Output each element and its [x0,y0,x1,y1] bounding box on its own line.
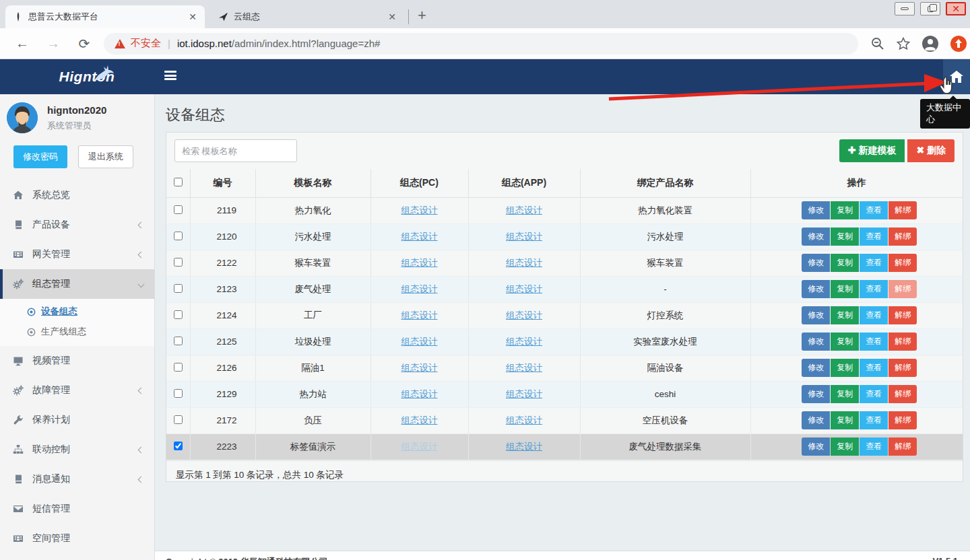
config-design-link-app[interactable]: 组态设计 [506,337,542,347]
config-design-link-app[interactable]: 组态设计 [506,232,542,242]
row-checkbox[interactable] [174,363,183,372]
reload-icon[interactable]: ⟳ [75,36,93,52]
window-restore-button[interactable] [920,2,940,15]
edit-button[interactable]: 修改 [802,306,830,324]
view-button[interactable]: 查看 [860,411,888,429]
copy-button[interactable]: 复制 [831,280,859,298]
tab-close-icon[interactable]: ✕ [189,11,197,22]
view-button[interactable]: 查看 [860,201,888,219]
config-design-link-pc[interactable]: 组态设计 [401,284,438,294]
window-minimize-button[interactable] [895,2,915,15]
copy-button[interactable]: 复制 [831,306,859,324]
row-checkbox[interactable] [174,205,183,214]
config-design-link-app[interactable]: 组态设计 [506,284,542,294]
row-checkbox[interactable] [174,415,183,424]
sidebar-item-消息通知[interactable]: 消息通知 [0,464,154,494]
config-design-link-pc[interactable]: 组态设计 [401,415,438,425]
config-design-link-pc[interactable]: 组态设计 [401,389,438,399]
bookmark-star-icon[interactable] [896,36,911,51]
new-template-button[interactable]: ✚ 新建模板 [839,139,905,162]
config-design-link-pc[interactable]: 组态设计 [401,310,438,320]
browser-tab-active[interactable]: 思普云大数据平台 ✕ [5,5,205,28]
config-design-link-app[interactable]: 组态设计 [506,415,542,425]
edit-button[interactable]: 修改 [802,385,830,403]
view-button[interactable]: 查看 [860,332,888,351]
security-warning-icon[interactable] [115,39,125,48]
sidebar-item-组态管理[interactable]: 组态管理 [0,269,154,299]
search-input[interactable] [174,139,297,162]
edit-button[interactable]: 修改 [802,359,830,377]
row-checkbox[interactable] [174,442,183,450]
row-checkbox[interactable] [174,389,183,398]
unbind-button[interactable]: 解绑 [888,385,917,403]
unbind-button[interactable]: 解绑 [888,438,917,456]
config-design-link-app[interactable]: 组态设计 [506,363,542,373]
edit-button[interactable]: 修改 [802,254,830,272]
row-checkbox[interactable] [174,232,183,240]
unbind-button[interactable]: 解绑 [888,359,917,377]
unbind-button[interactable]: 解绑 [888,332,917,351]
sidebar-item-短信管理[interactable]: 短信管理 [0,494,154,524]
row-checkbox[interactable] [174,258,183,267]
sidebar-item-系统总览[interactable]: 系统总览 [0,180,154,210]
zoom-out-icon[interactable] [870,36,885,51]
address-bar[interactable]: 不安全 | iot.idosp.net/admin/index.html?lan… [104,33,858,55]
sidebar-item-网关管理[interactable]: 网关管理 [0,240,154,269]
copy-button[interactable]: 复制 [831,228,859,246]
edit-button[interactable]: 修改 [802,280,830,298]
browser-tab-inactive[interactable]: 云组态 ✕ [210,5,404,28]
delete-button[interactable]: ✖ 删除 [907,139,955,162]
back-icon[interactable]: ← [13,36,31,51]
extension-icon[interactable] [950,35,967,53]
edit-button[interactable]: 修改 [802,228,830,246]
config-design-link-app[interactable]: 组态设计 [506,258,542,268]
copy-button[interactable]: 复制 [831,438,859,456]
sidebar-item-联动控制[interactable]: 联动控制 [0,435,154,464]
config-design-link-app[interactable]: 组态设计 [506,389,542,399]
config-design-link-pc[interactable]: 组态设计 [401,363,438,373]
window-close-button[interactable]: ✕ [946,2,966,15]
view-button[interactable]: 查看 [860,306,888,324]
sidebar-item-视频管理[interactable]: 视频管理 [0,346,154,376]
config-design-link-pc[interactable]: 组态设计 [401,442,438,452]
unbind-button[interactable]: 解绑 [888,280,917,298]
sidebar-item-空间管理[interactable]: 空间管理 [0,524,154,553]
copy-button[interactable]: 复制 [831,385,859,403]
home-button[interactable] [943,59,970,94]
not-secure-label[interactable]: 不安全 [131,37,161,50]
copy-button[interactable]: 复制 [831,254,859,272]
select-all-checkbox[interactable] [174,178,183,186]
menu-toggle-icon[interactable] [164,71,176,80]
row-checkbox[interactable] [174,310,183,319]
config-design-link-pc[interactable]: 组态设计 [401,258,438,268]
unbind-button[interactable]: 解绑 [888,306,917,324]
config-design-link-app[interactable]: 组态设计 [506,205,542,215]
edit-button[interactable]: 修改 [802,201,830,219]
unbind-button[interactable]: 解绑 [888,411,917,429]
edit-button[interactable]: 修改 [802,438,830,456]
view-button[interactable]: 查看 [860,359,888,377]
row-checkbox[interactable] [174,337,183,345]
view-button[interactable]: 查看 [860,280,888,298]
copy-button[interactable]: 复制 [831,332,859,351]
row-checkbox[interactable] [174,284,183,293]
config-design-link-app[interactable]: 组态设计 [506,310,542,320]
view-button[interactable]: 查看 [860,385,888,403]
config-design-link-pc[interactable]: 组态设计 [401,337,438,347]
sidebar-item-故障管理[interactable]: 故障管理 [0,376,154,405]
profile-avatar-icon[interactable] [922,35,939,53]
sidebar-item-产品设备[interactable]: 产品设备 [0,210,154,240]
sidebar-subitem-设备组态[interactable]: 设备组态 [0,302,154,322]
unbind-button[interactable]: 解绑 [888,201,917,219]
logout-button[interactable]: 退出系统 [78,145,133,168]
sidebar-subitem-生产线组态[interactable]: 生产线组态 [0,322,154,342]
edit-button[interactable]: 修改 [802,411,830,429]
new-tab-button[interactable]: + [418,8,426,23]
tab-close-icon[interactable]: ✕ [388,11,396,22]
copy-button[interactable]: 复制 [831,201,859,219]
view-button[interactable]: 查看 [860,228,888,246]
sidebar-item-保养计划[interactable]: 保养计划 [0,405,154,435]
copy-button[interactable]: 复制 [831,359,859,377]
config-design-link-app[interactable]: 组态设计 [506,442,542,452]
forward-icon[interactable]: → [44,36,62,51]
